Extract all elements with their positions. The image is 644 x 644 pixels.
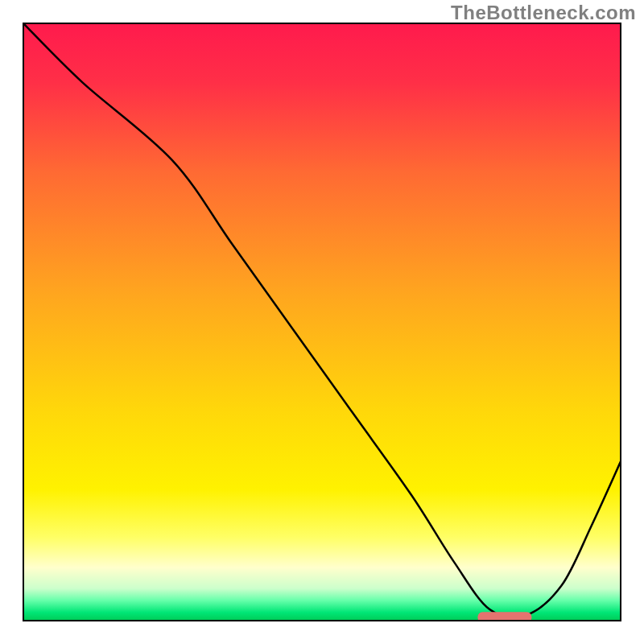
bottleneck-curve: [23, 23, 621, 617]
chart-container: TheBottleneck.com: [0, 0, 644, 644]
optimal-zone-marker: [477, 612, 531, 621]
watermark-text: TheBottleneck.com: [451, 2, 636, 24]
curve-layer: [23, 23, 621, 621]
plot-area: [23, 23, 621, 621]
